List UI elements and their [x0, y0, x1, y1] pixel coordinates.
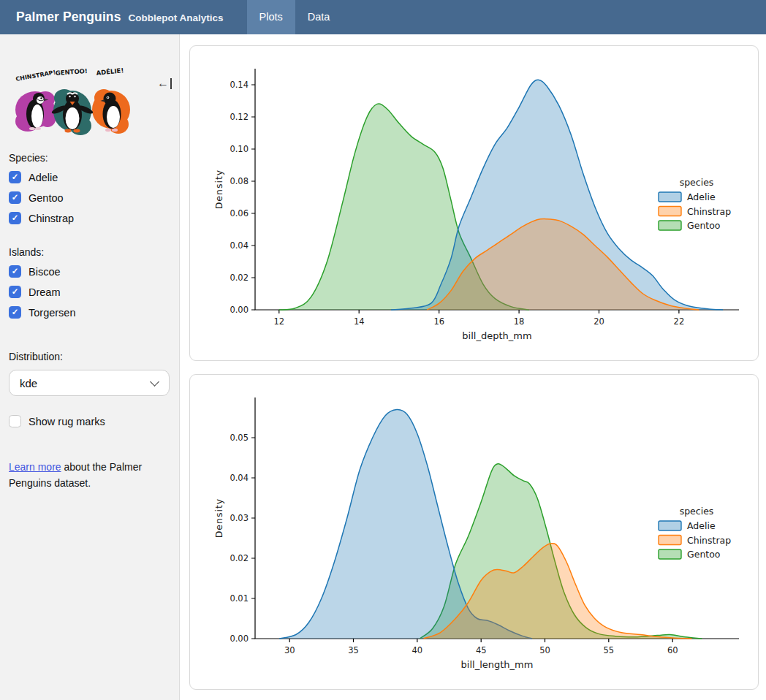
checkbox-checked[interactable]: ✓ — [9, 171, 21, 183]
svg-text:0.00: 0.00 — [230, 305, 249, 315]
svg-text:14: 14 — [354, 316, 365, 327]
svg-text:Adelie: Adelie — [687, 520, 716, 531]
svg-text:40: 40 — [412, 645, 422, 655]
islands-checkbox-group: ✓Biscoe✓Dream✓Torgersen — [9, 265, 170, 319]
svg-text:Gentoo: Gentoo — [687, 220, 721, 231]
check-icon: ✓ — [12, 308, 19, 317]
svg-text:Density: Density — [213, 498, 224, 539]
learn-more-link[interactable]: Learn more — [9, 461, 61, 473]
svg-text:Chinstrap: Chinstrap — [687, 206, 731, 217]
chevron-down-icon — [150, 377, 159, 387]
distribution-selected-value: kde — [20, 377, 37, 389]
svg-text:bill_depth_mm: bill_depth_mm — [462, 330, 531, 341]
species-checkbox-group: ✓Adelie✓Gentoo✓Chinstrap — [9, 171, 170, 224]
svg-text:0.01: 0.01 — [230, 593, 249, 604]
checkbox-label: Torgersen — [29, 307, 75, 319]
svg-text:0.04: 0.04 — [230, 473, 249, 483]
checkbox-gentoo[interactable]: ✓Gentoo — [9, 191, 170, 204]
distribution-label: Distribution: — [9, 351, 170, 362]
svg-text:0.06: 0.06 — [230, 208, 249, 218]
species-filter-label: Species: — [9, 152, 170, 164]
distribution-select[interactable]: kde — [9, 370, 170, 396]
check-icon: ✓ — [12, 173, 19, 182]
svg-text:50: 50 — [539, 645, 550, 655]
check-icon: ✓ — [12, 214, 19, 223]
checkbox-checked[interactable]: ✓ — [9, 212, 21, 224]
checkbox-label: Chinstrap — [29, 213, 74, 224]
tab-data[interactable]: Data — [295, 0, 343, 34]
check-icon: ✓ — [12, 288, 19, 297]
app-header: Palmer Penguins Cobblepot Analytics Plot… — [0, 0, 766, 34]
collapse-bar-icon — [170, 78, 172, 89]
svg-text:0.04: 0.04 — [230, 240, 249, 251]
chinstrap-caption: CHINSTRAP! — [15, 69, 56, 82]
svg-text:Chinstrap: Chinstrap — [687, 535, 731, 546]
sidebar-collapse-button[interactable]: ← — [157, 77, 172, 89]
penguins-artwork: CHINSTRAP! GENTOO! ADÉLIE! — [7, 66, 140, 146]
adelie-caption: ADÉLIE! — [96, 66, 124, 77]
checkbox-show-rug-marks[interactable]: Show rug marks — [9, 415, 170, 427]
svg-text:35: 35 — [348, 645, 359, 655]
svg-text:0.02: 0.02 — [230, 273, 249, 283]
check-icon: ✓ — [12, 267, 19, 276]
svg-text:0.02: 0.02 — [230, 553, 249, 563]
checkbox-checked[interactable]: ✓ — [9, 286, 21, 298]
islands-filter-label: Islands: — [9, 246, 170, 258]
collapse-left-arrow-icon: ← — [157, 77, 169, 89]
svg-text:45: 45 — [476, 645, 487, 655]
check-icon: ✓ — [12, 194, 19, 202]
bill-depth-plot-card: 1214161820220.000.020.040.060.080.100.12… — [189, 45, 759, 361]
learn-more-text: Learn more about the Palmer Penguins dat… — [9, 460, 156, 491]
svg-text:16: 16 — [433, 316, 444, 327]
svg-text:60: 60 — [667, 645, 678, 655]
bill-length-plot-card: 303540455055600.000.010.020.030.040.05bi… — [189, 374, 759, 690]
checkbox-label: Gentoo — [29, 192, 64, 204]
checkbox-checked[interactable]: ✓ — [9, 306, 21, 319]
checkbox-label: Biscoe — [29, 266, 61, 278]
rug-checkbox-group: Show rug marks — [9, 415, 170, 427]
svg-text:Density: Density — [213, 170, 224, 210]
checkbox-chinstrap[interactable]: ✓Chinstrap — [9, 212, 170, 224]
svg-text:Gentoo: Gentoo — [687, 549, 721, 560]
svg-text:0.00: 0.00 — [230, 634, 249, 644]
sidebar: ← — [0, 34, 180, 700]
app-title: Palmer Penguins — [16, 9, 121, 25]
svg-text:12: 12 — [273, 316, 284, 327]
checkbox-torgersen[interactable]: ✓Torgersen — [9, 306, 170, 319]
checkbox-checked[interactable]: ✓ — [9, 191, 21, 204]
gentoo-caption: GENTOO! — [55, 67, 88, 77]
svg-text:18: 18 — [514, 316, 525, 327]
main-content: 1214161820220.000.020.040.060.080.100.12… — [181, 34, 766, 700]
svg-text:0.14: 0.14 — [230, 80, 249, 90]
svg-text:55: 55 — [603, 645, 614, 655]
svg-text:0.08: 0.08 — [230, 176, 249, 186]
checkbox-biscoe[interactable]: ✓Biscoe — [9, 265, 170, 278]
tab-plots[interactable]: Plots — [247, 0, 295, 34]
checkbox-adelie[interactable]: ✓Adelie — [9, 171, 170, 183]
svg-text:species: species — [680, 177, 714, 188]
checkbox-label: Show rug marks — [29, 416, 105, 427]
checkbox-dream[interactable]: ✓Dream — [9, 286, 170, 298]
nav-tabs: Plots Data — [247, 0, 343, 34]
penguins-illustration: CHINSTRAP! GENTOO! ADÉLIE! — [7, 66, 140, 146]
svg-text:0.05: 0.05 — [230, 433, 249, 443]
bill-depth-kde-chart: 1214161820220.000.020.040.060.080.100.12… — [190, 47, 758, 361]
svg-text:22: 22 — [674, 316, 685, 327]
checkbox-label: Adelie — [29, 172, 58, 183]
checkbox-unchecked[interactable] — [9, 415, 21, 427]
svg-text:30: 30 — [284, 645, 295, 655]
svg-text:Adelie: Adelie — [687, 191, 716, 202]
app-subtitle: Cobblepot Analytics — [129, 12, 224, 23]
checkbox-label: Dream — [29, 286, 61, 298]
app-brand: Palmer Penguins Cobblepot Analytics — [0, 9, 224, 25]
bill-length-kde-chart: 303540455055600.000.010.020.030.040.05bi… — [190, 376, 758, 690]
checkbox-checked[interactable]: ✓ — [9, 265, 21, 278]
svg-text:20: 20 — [594, 316, 604, 327]
svg-text:bill_length_mm: bill_length_mm — [461, 659, 534, 670]
svg-text:0.03: 0.03 — [230, 513, 249, 523]
svg-text:0.12: 0.12 — [230, 112, 249, 122]
svg-text:0.10: 0.10 — [230, 144, 249, 154]
svg-text:species: species — [680, 506, 714, 517]
